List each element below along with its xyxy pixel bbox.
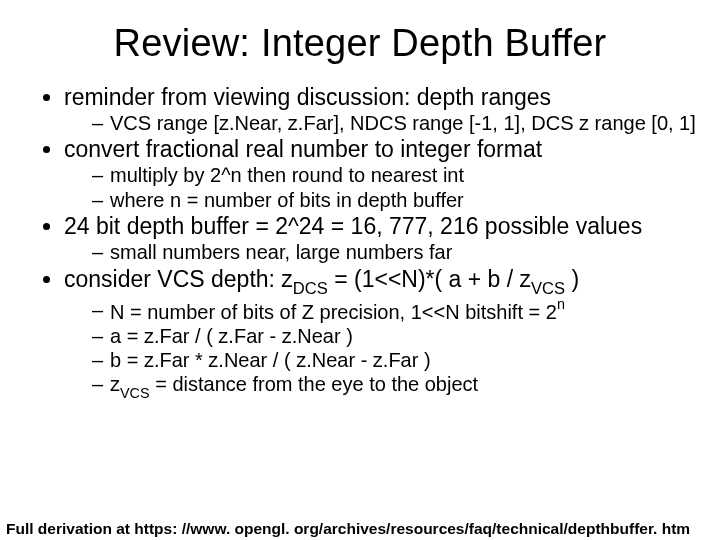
bullet-4-sub-4-post: = distance from the eye to the object xyxy=(150,373,479,395)
bullet-2-text: convert fractional real number to intege… xyxy=(64,136,542,162)
bullet-3-sublist: small numbers near, large numbers far xyxy=(64,240,700,264)
bullet-2-sublist: multiply by 2^n then round to nearest in… xyxy=(64,163,700,212)
bullet-4-sub-4: zVCS = distance from the eye to the obje… xyxy=(92,372,700,401)
bullet-3: 24 bit depth buffer = 2^24 = 16, 777, 21… xyxy=(64,212,700,264)
bullet-1-sub-1: VCS range [z.Near, z.Far], NDCS range [-… xyxy=(92,111,700,135)
bullet-4-sub-4-pre: z xyxy=(110,373,120,395)
bullet-1-sublist: VCS range [z.Near, z.Far], NDCS range [-… xyxy=(64,111,700,135)
bullet-4-sub-1-pre: N = number of bits of Z precision, 1<<N … xyxy=(110,300,557,322)
bullet-4-sub-2: a = z.Far / ( z.Far - z.Near ) xyxy=(92,324,700,348)
bullet-2-sub-1: multiply by 2^n then round to nearest in… xyxy=(92,163,700,187)
bullet-4-pre: consider VCS depth: z xyxy=(64,266,293,292)
bullet-4-sub1: DCS xyxy=(293,279,328,298)
bullet-3-text: 24 bit depth buffer = 2^24 = 16, 777, 21… xyxy=(64,213,642,239)
slide: Review: Integer Depth Buffer reminder fr… xyxy=(0,22,720,540)
bullet-2-sub-2: where n = number of bits in depth buffer xyxy=(92,188,700,212)
bullet-1-text: reminder from viewing discussion: depth … xyxy=(64,84,551,110)
bullet-4: consider VCS depth: zDCS = (1<<N)*( a + … xyxy=(64,265,700,401)
bullet-4-sub-1: N = number of bits of Z precision, 1<<N … xyxy=(92,298,700,324)
bullet-list: reminder from viewing discussion: depth … xyxy=(28,83,700,401)
bullet-3-sub-1: small numbers near, large numbers far xyxy=(92,240,700,264)
bullet-4-text: consider VCS depth: zDCS = (1<<N)*( a + … xyxy=(64,266,579,292)
bullet-4-sub-1-sup: n xyxy=(557,296,565,312)
bullet-4-sub-4-sub: VCS xyxy=(120,385,150,401)
bullet-1: reminder from viewing discussion: depth … xyxy=(64,83,700,135)
footer-text: Full derivation at https: //www. opengl.… xyxy=(0,520,720,538)
slide-body: reminder from viewing discussion: depth … xyxy=(0,83,720,401)
bullet-4-mid: = (1<<N)*( a + b / z xyxy=(328,266,531,292)
bullet-4-sublist: N = number of bits of Z precision, 1<<N … xyxy=(64,298,700,401)
slide-title: Review: Integer Depth Buffer xyxy=(0,22,720,65)
bullet-4-sub-3: b = z.Far * z.Near / ( z.Near - z.Far ) xyxy=(92,348,700,372)
bullet-4-post: ) xyxy=(565,266,579,292)
bullet-2: convert fractional real number to intege… xyxy=(64,135,700,212)
